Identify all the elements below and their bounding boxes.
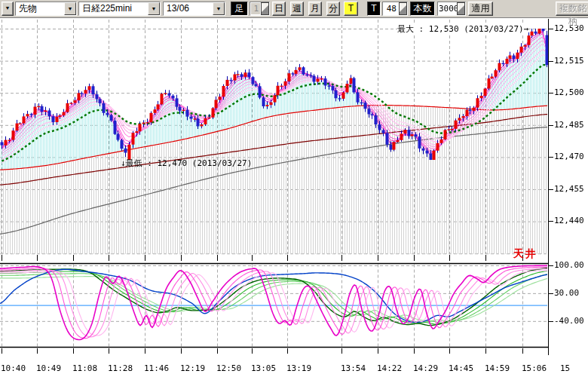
bar-count-value[interactable]: 3000	[439, 3, 456, 14]
chevron-down-icon[interactable]: ▼	[213, 2, 225, 15]
toolbar: ▼ 先物 ▼ 日経225mini ▼ 13/06 ▼ 足 1 日 週 月 分 T…	[0, 0, 588, 18]
chart-menu-dropdown-button[interactable]: ▼	[2, 2, 14, 16]
bar-type-label[interactable]: 足	[231, 2, 248, 16]
tick-count-label[interactable]: T	[367, 2, 381, 16]
bar-count-stepper[interactable]: 3000	[437, 2, 466, 16]
interval-stepper[interactable]: 1	[250, 2, 270, 16]
symbol-select-value: 日経225mini	[80, 3, 147, 14]
tick-mode-button[interactable]: T	[344, 2, 358, 16]
chevron-down-icon[interactable]: ▼	[148, 2, 160, 15]
multi-symbol-button: 複数銘柄	[556, 2, 588, 16]
contract-month-value: 13/06	[164, 3, 212, 14]
price-chart-canvas[interactable]	[0, 0, 588, 377]
bar-count-label[interactable]: 本数	[410, 2, 435, 16]
interval-value[interactable]: 1	[251, 3, 260, 14]
tick-count-value[interactable]: 48	[384, 3, 398, 14]
market-select[interactable]: 先物 ▼	[15, 2, 77, 16]
spinner-icon[interactable]	[457, 2, 465, 15]
symbol-select[interactable]: 日経225mini ▼	[78, 2, 161, 16]
spinner-icon[interactable]	[399, 2, 407, 15]
market-select-value: 先物	[17, 3, 63, 14]
monthly-button[interactable]: 月	[308, 2, 322, 16]
weekly-button[interactable]: 週	[290, 2, 304, 16]
tick-count-stepper[interactable]: 48	[382, 2, 408, 16]
contract-month-select[interactable]: 13/06 ▼	[163, 2, 225, 16]
chevron-down-icon[interactable]: ▼	[64, 2, 76, 15]
chart-application-window: ▼ 先物 ▼ 日経225mini ▼ 13/06 ▼ 足 1 日 週 月 分 T…	[0, 0, 588, 377]
chevron-down-icon: ▼	[5, 5, 11, 11]
minute-button[interactable]: 分	[326, 2, 340, 16]
spinner-icon[interactable]	[261, 2, 269, 15]
apply-button[interactable]: 適用	[468, 2, 493, 16]
daily-button[interactable]: 日	[272, 2, 286, 16]
